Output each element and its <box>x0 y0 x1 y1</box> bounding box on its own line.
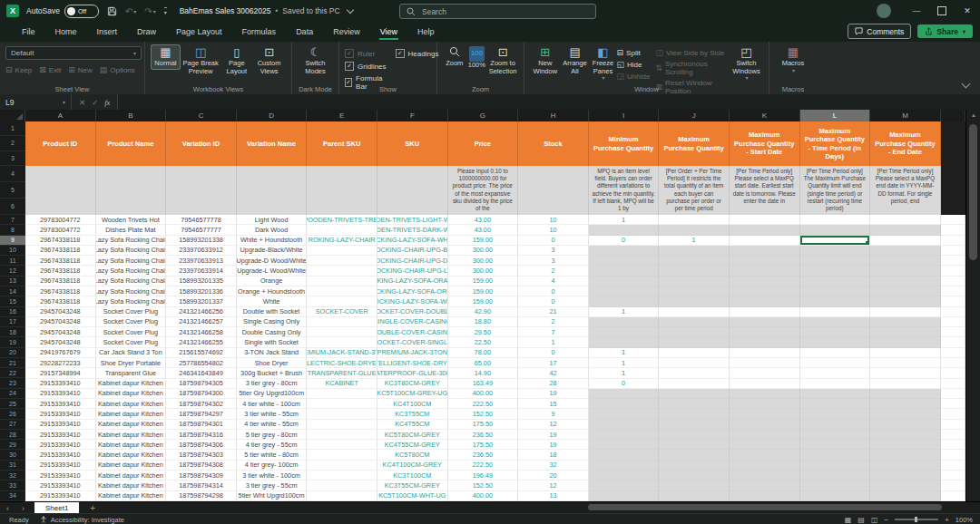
ribbon-tab-draw[interactable]: Draw <box>127 24 166 41</box>
row-header[interactable]: 26 <box>0 409 25 419</box>
cell[interactable]: 5 tier white - 80cm <box>237 450 308 460</box>
cell[interactable] <box>800 461 871 471</box>
cell[interactable] <box>659 430 730 440</box>
row-header[interactable]: 13 <box>0 277 25 286</box>
cell[interactable]: 21 <box>518 307 589 317</box>
cell[interactable]: 29153393410 <box>25 409 96 419</box>
cell[interactable]: 1 <box>589 368 660 378</box>
cell[interactable]: 15 <box>518 399 589 409</box>
cell[interactable]: 159.00 <box>448 277 519 286</box>
cell[interactable]: 29153393410 <box>25 379 96 389</box>
ribbon-tab-insert[interactable]: Insert <box>87 24 128 41</box>
cell[interactable] <box>730 286 800 296</box>
cell[interactable]: Kabinet dapur Kitchen <box>96 379 167 389</box>
row-header[interactable]: 28 <box>0 430 25 440</box>
cell[interactable]: Kabinet dapur Kitchen <box>96 430 167 440</box>
cell[interactable] <box>941 246 965 256</box>
cell[interactable]: 19 <box>518 430 589 440</box>
cell[interactable] <box>307 471 377 480</box>
row-header[interactable]: 18 <box>0 327 25 337</box>
cell[interactable] <box>941 266 965 276</box>
new-window-button[interactable]: ⊞New Window <box>530 44 561 77</box>
cell[interactable]: Lazy Sofa Rocking Chair <box>96 277 167 286</box>
cell[interactable] <box>730 471 800 480</box>
save-button[interactable] <box>107 6 117 16</box>
cell[interactable] <box>800 286 871 296</box>
cell[interactable] <box>870 225 941 235</box>
cell[interactable]: 175.50 <box>448 440 519 450</box>
cell[interactable]: KC4T100CM <box>377 399 448 409</box>
cell[interactable] <box>870 277 941 286</box>
cell[interactable] <box>870 440 941 450</box>
cell[interactable]: 0 <box>518 236 589 246</box>
cell[interactable]: White + Houndstooth <box>237 236 308 246</box>
cell[interactable] <box>307 286 377 296</box>
cell[interactable]: 152.50 <box>448 409 519 419</box>
cell[interactable] <box>941 286 965 296</box>
minimize-button[interactable]: — <box>904 0 929 22</box>
cell[interactable] <box>870 461 941 471</box>
cell[interactable]: 29153393410 <box>25 480 96 490</box>
cell[interactable] <box>589 225 660 235</box>
cell[interactable] <box>730 215 800 225</box>
cell[interactable]: 187598794301 <box>166 420 237 430</box>
cell[interactable]: 158993201338 <box>166 236 237 246</box>
cell[interactable] <box>730 266 800 276</box>
cell[interactable] <box>941 277 965 286</box>
cell[interactable]: 241321466256 <box>166 307 237 317</box>
ribbon-tab-review[interactable]: Review <box>323 24 370 41</box>
row-header[interactable]: 23 <box>0 378 25 388</box>
cell[interactable] <box>941 348 965 358</box>
cell[interactable] <box>941 296 965 306</box>
cell[interactable] <box>800 277 871 286</box>
cell[interactable]: SOCKET-COVER <box>307 307 377 317</box>
cell[interactable] <box>870 480 941 490</box>
cell[interactable] <box>941 307 965 317</box>
freeze-panes-button[interactable]: ◧Freeze Panes▾ <box>589 44 616 83</box>
cell[interactable] <box>589 461 660 471</box>
cell[interactable] <box>941 491 965 501</box>
cell[interactable] <box>589 286 660 296</box>
zoom-out-button[interactable]: − <box>884 516 888 524</box>
cell[interactable]: KC5T100CM-WHT-UG <box>377 491 448 501</box>
row-header[interactable]: 15 <box>0 296 25 306</box>
cell[interactable]: 79546577778 <box>166 215 237 225</box>
cell[interactable]: 233970633912 <box>166 246 237 256</box>
zoom-slider-thumb[interactable] <box>915 517 917 522</box>
cell[interactable] <box>941 389 965 399</box>
cell[interactable] <box>800 317 871 327</box>
row-header[interactable]: 6 <box>0 199 25 215</box>
cell[interactable] <box>307 266 377 276</box>
cell[interactable]: WOODEN-TRIVETS-TREE <box>307 215 377 225</box>
ribbon-tab-data[interactable]: Data <box>286 24 323 41</box>
cell[interactable] <box>870 307 941 317</box>
cell[interactable]: SOCKET-COVER-DOUBLE <box>377 307 448 317</box>
cell[interactable] <box>659 358 730 368</box>
cell[interactable]: Light Wood <box>237 215 308 225</box>
cell[interactable] <box>730 307 800 317</box>
row-header[interactable]: 4 <box>0 166 25 182</box>
cell[interactable] <box>870 236 941 246</box>
cell[interactable] <box>589 246 660 256</box>
cell[interactable]: 29674338118 <box>25 296 96 306</box>
cell[interactable]: 42.90 <box>448 307 519 317</box>
note-cell[interactable]: MPQ is an item level field. Buyers can o… <box>589 166 660 215</box>
cell[interactable] <box>941 379 965 389</box>
cell[interactable]: ROCKING-LAZY-SOFA-ORG-H <box>377 286 448 296</box>
cell[interactable] <box>730 480 800 490</box>
cell[interactable]: 196.49 <box>448 471 519 480</box>
column-header-D[interactable]: D <box>237 110 308 121</box>
sheet-header-cell[interactable]: Maximum Purchase Quantity <box>659 121 730 166</box>
cell[interactable]: 29153393410 <box>25 420 96 430</box>
cell[interactable] <box>307 337 377 347</box>
column-header-K[interactable]: K <box>730 110 800 121</box>
cell[interactable] <box>589 471 660 480</box>
cell[interactable] <box>730 256 800 266</box>
cell[interactable] <box>941 317 965 327</box>
cell[interactable] <box>659 337 730 347</box>
row-header[interactable]: 29 <box>0 440 25 450</box>
cell[interactable] <box>589 296 660 306</box>
scroll-up-arrow-icon[interactable]: ▴ <box>966 110 980 121</box>
cell[interactable] <box>941 461 965 471</box>
cell[interactable]: 29153393410 <box>25 430 96 440</box>
